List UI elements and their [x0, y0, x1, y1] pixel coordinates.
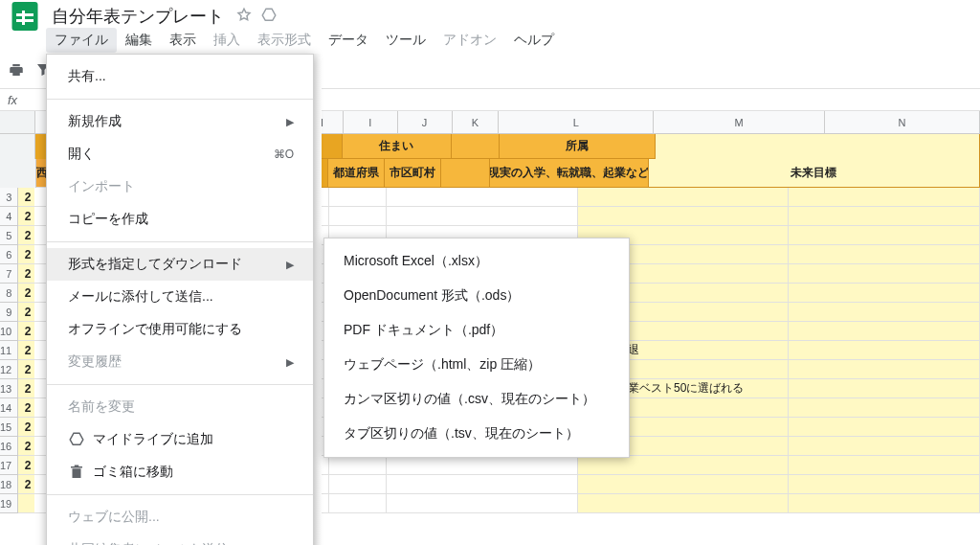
col-head-L[interactable]: L: [499, 111, 654, 133]
cell[interactable]: 2: [18, 341, 34, 360]
cell[interactable]: [18, 494, 34, 513]
cell[interactable]: 2: [18, 398, 34, 418]
menu-download-as[interactable]: 形式を指定してダウンロード▶: [47, 248, 313, 281]
col-head-I[interactable]: I: [344, 111, 398, 133]
cell[interactable]: [329, 475, 387, 494]
cell[interactable]: [789, 322, 980, 341]
menu-data[interactable]: データ: [320, 28, 377, 53]
cell[interactable]: 2: [18, 456, 34, 475]
row-head[interactable]: 15: [0, 418, 18, 437]
select-all-corner[interactable]: [0, 111, 35, 133]
col-head-K[interactable]: K: [453, 111, 500, 133]
cell[interactable]: [789, 341, 980, 360]
cell[interactable]: [387, 456, 578, 475]
cell[interactable]: 2: [18, 360, 34, 379]
menu-help[interactable]: ヘルプ: [505, 28, 563, 53]
menu-new[interactable]: 新規作成▶: [47, 105, 313, 138]
cell[interactable]: [789, 284, 980, 303]
row-head[interactable]: 14: [0, 398, 18, 418]
cell[interactable]: 2: [18, 284, 34, 303]
cell[interactable]: [789, 475, 980, 494]
menu-tools[interactable]: ツール: [377, 28, 434, 53]
row-head[interactable]: 8: [0, 284, 18, 303]
cell[interactable]: [329, 456, 387, 475]
cell[interactable]: [578, 475, 789, 494]
cell[interactable]: [789, 207, 980, 226]
cell[interactable]: 2: [18, 322, 34, 341]
menu-view[interactable]: 表示: [161, 28, 205, 53]
row-head[interactable]: 5: [0, 226, 18, 245]
menu-open[interactable]: 開く⌘O: [47, 138, 313, 170]
download-tsv[interactable]: タブ区切りの値（.tsv、現在のシート）: [324, 417, 629, 451]
cell[interactable]: [387, 188, 578, 207]
menu-move-to-trash[interactable]: ゴミ箱に移動: [47, 456, 313, 488]
cell[interactable]: [789, 245, 980, 264]
row-head[interactable]: 13: [0, 379, 18, 398]
row-head[interactable]: 19: [0, 494, 18, 513]
cell[interactable]: [578, 188, 789, 207]
menu-edit[interactable]: 編集: [117, 28, 161, 53]
menu-version-history[interactable]: 変更履歴▶: [47, 346, 313, 378]
sheets-logo-icon[interactable]: [8, 0, 42, 34]
cell[interactable]: [789, 494, 980, 513]
row-head[interactable]: 11: [0, 341, 18, 360]
cell[interactable]: [789, 437, 980, 456]
cell[interactable]: 2: [18, 188, 34, 207]
cell[interactable]: 2: [18, 245, 34, 264]
cell[interactable]: [789, 360, 980, 379]
cell[interactable]: 2: [18, 475, 34, 494]
cell[interactable]: 2: [18, 264, 34, 284]
row-head[interactable]: 6: [0, 245, 18, 264]
row-head[interactable]: 4: [0, 207, 18, 226]
cell[interactable]: [789, 188, 980, 207]
row-head[interactable]: 9: [0, 303, 18, 322]
col-head-M[interactable]: M: [654, 111, 824, 133]
download-pdf[interactable]: PDF ドキュメント（.pdf）: [324, 313, 629, 348]
cell[interactable]: 2: [18, 418, 34, 437]
cell[interactable]: [387, 494, 578, 513]
download-ods[interactable]: OpenDocument 形式（.ods）: [324, 279, 629, 313]
download-csv[interactable]: カンマ区切りの値（.csv、現在のシート）: [324, 382, 629, 417]
cell[interactable]: 2: [18, 207, 34, 226]
menu-make-copy[interactable]: コピーを作成: [47, 203, 313, 236]
menu-file[interactable]: ファイル: [46, 28, 117, 53]
col-head-J[interactable]: J: [398, 111, 453, 133]
menu-email-attachment[interactable]: メールに添付して送信...: [47, 281, 313, 313]
cell[interactable]: [789, 303, 980, 322]
download-html[interactable]: ウェブページ（.html、zip 圧縮）: [324, 348, 629, 382]
cell[interactable]: 2: [18, 226, 34, 245]
menu-email-collab[interactable]: 共同編集者にメールを送信...: [47, 534, 313, 545]
row-head[interactable]: 17: [0, 456, 18, 475]
print-icon[interactable]: [8, 61, 25, 81]
row-head[interactable]: 12: [0, 360, 18, 379]
row-head[interactable]: 18: [0, 475, 18, 494]
menu-format[interactable]: 表示形式: [249, 28, 320, 53]
cell[interactable]: [387, 475, 578, 494]
cell[interactable]: [789, 264, 980, 284]
cell[interactable]: [578, 207, 789, 226]
menu-insert[interactable]: 挿入: [205, 28, 249, 53]
col-head-N[interactable]: N: [825, 111, 980, 133]
cell[interactable]: 2: [18, 303, 34, 322]
cell[interactable]: [329, 207, 387, 226]
cell[interactable]: 2: [18, 379, 34, 398]
menu-publish[interactable]: ウェブに公開...: [47, 501, 313, 534]
cell[interactable]: [789, 226, 980, 245]
row-head[interactable]: 7: [0, 264, 18, 284]
cell[interactable]: [789, 398, 980, 418]
cell[interactable]: [789, 456, 980, 475]
cell[interactable]: [789, 418, 980, 437]
cell[interactable]: [329, 494, 387, 513]
menu-add-to-drive[interactable]: マイドライブに追加: [47, 423, 313, 456]
menu-rename[interactable]: 名前を変更: [47, 391, 313, 423]
cell[interactable]: [789, 379, 980, 398]
cell[interactable]: [387, 207, 578, 226]
cell[interactable]: [578, 494, 789, 513]
row-head[interactable]: 3: [0, 188, 18, 207]
star-icon[interactable]: [235, 7, 253, 27]
row-head[interactable]: 16: [0, 437, 18, 456]
cell[interactable]: [578, 456, 789, 475]
download-xlsx[interactable]: Microsoft Excel（.xlsx）: [324, 244, 629, 279]
drive-status-icon[interactable]: [260, 7, 278, 27]
menu-share[interactable]: 共有...: [47, 60, 313, 93]
